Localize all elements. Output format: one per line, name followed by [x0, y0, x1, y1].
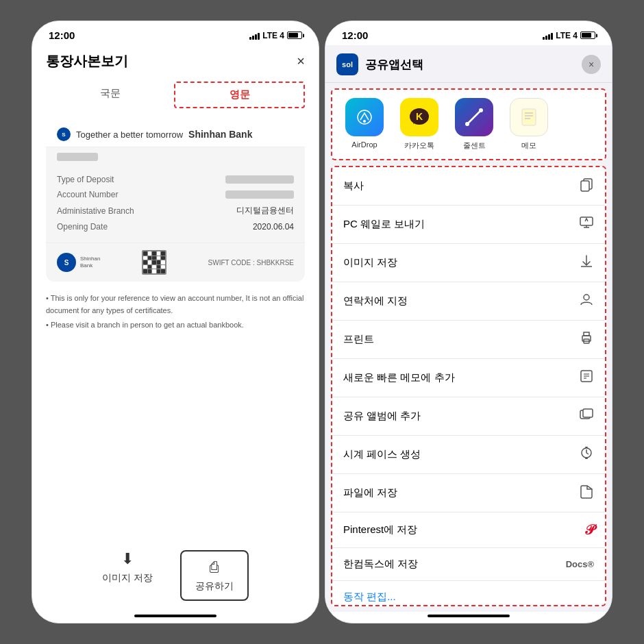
- menu-item-pinterest[interactable]: Pinterest에 저장 𝒫: [332, 512, 605, 548]
- tab-korean[interactable]: 국문: [46, 82, 174, 108]
- menu-item-shared-album[interactable]: 공유 앨범에 추가: [332, 397, 605, 436]
- svg-point-17: [584, 295, 589, 300]
- share-header: sol 공유앱선택 ×: [325, 45, 612, 83]
- shinhan-logo-small: S: [57, 127, 71, 141]
- detail-blur-account: [225, 190, 294, 199]
- svg-rect-31: [585, 458, 588, 459]
- memo-label: 메모: [521, 140, 536, 151]
- card-header: S Together a better tomorrow Shinhan Ban…: [46, 119, 305, 147]
- svg-point-1: [363, 120, 366, 123]
- detail-row-branch: Administative Branch 디지털금융센터: [57, 202, 294, 219]
- kakaotalk-label: 카카오톡: [404, 140, 434, 151]
- app-memo[interactable]: 메모: [505, 98, 553, 151]
- menu-item-watch-face[interactable]: 시계 페이스 생성: [332, 436, 605, 474]
- right-content: sol 공유앱선택 × AirDrop: [325, 45, 612, 612]
- detail-label-account: Account Number: [57, 190, 118, 199]
- svg-point-5: [479, 108, 483, 112]
- svg-text:K: K: [416, 111, 423, 122]
- memo-icon: [510, 98, 548, 136]
- menu-item-save-image[interactable]: 이미지 저장: [332, 244, 605, 282]
- save-image-button[interactable]: ⬇ 이미지 저장: [102, 550, 153, 601]
- menu-item-print[interactable]: 프린트: [332, 321, 605, 359]
- menu-item-hancom[interactable]: 한컴독스에 저장 Docs®: [332, 548, 605, 581]
- save-image-icon: [579, 253, 594, 272]
- copy-icon: [579, 177, 594, 195]
- left-phone: 12:00 LTE 4 통장사본보기 ×: [32, 21, 319, 623]
- sol-icon: sol: [336, 53, 358, 75]
- save-image-label: 이미지 저장: [343, 256, 397, 269]
- left-status-right: LTE 4: [249, 31, 302, 40]
- account-num-blur: [57, 153, 98, 161]
- app-kakaotalk[interactable]: K 카카오톡: [395, 98, 443, 151]
- svg-line-4: [467, 110, 481, 124]
- svg-rect-30: [585, 447, 588, 448]
- menu-item-quick-note[interactable]: 새로운 빠른 메모에 추가: [332, 359, 605, 397]
- left-home-indicator: [134, 615, 216, 617]
- quick-note-icon: [579, 369, 594, 387]
- right-battery: [580, 32, 595, 39]
- left-battery: [287, 32, 302, 39]
- share-label: 공유하기: [195, 580, 234, 593]
- pinterest-icon: 𝒫: [584, 522, 594, 538]
- disclaimer: • This is only for your reference to vie…: [46, 293, 305, 345]
- app-julsente[interactable]: 줄센트: [450, 98, 498, 151]
- detail-label-branch: Administative Branch: [57, 206, 134, 216]
- left-time: 12:00: [49, 29, 75, 41]
- signal-bars: [249, 32, 260, 40]
- watch-face-icon: [579, 445, 594, 464]
- hancom-icon: Docs®: [566, 559, 594, 569]
- save-image-label: 이미지 저장: [102, 572, 153, 584]
- watch-face-label: 시계 페이스 생성: [343, 448, 421, 461]
- airdrop-label: AirDrop: [351, 140, 377, 149]
- app-airdrop[interactable]: AirDrop: [340, 98, 388, 151]
- share-close-button[interactable]: ×: [582, 55, 601, 74]
- menu-item-contact[interactable]: 연락처에 지정: [332, 282, 605, 321]
- download-icon: ⬇: [121, 550, 134, 568]
- svg-rect-19: [584, 332, 589, 336]
- right-home-indicator: [428, 615, 510, 617]
- save-file-icon: [579, 484, 594, 502]
- menu-item-copy[interactable]: 복사: [332, 167, 605, 206]
- lang-tabs: 국문 영문: [46, 82, 305, 108]
- page-title: 통장사본보기: [46, 52, 128, 71]
- svg-point-6: [465, 122, 469, 126]
- apps-row-container: AirDrop K 카카오톡: [331, 88, 606, 160]
- pinterest-label: Pinterest에 저장: [343, 523, 417, 536]
- detail-blur-deposit: [225, 175, 294, 184]
- right-status-right: LTE 4: [543, 31, 595, 40]
- share-button[interactable]: ⎙ 공유하기: [180, 550, 249, 601]
- print-label: 프린트: [343, 333, 374, 346]
- airdrop-icon: [345, 98, 384, 136]
- menu-item-pc-whale[interactable]: PC 웨일로 보내기: [332, 206, 605, 244]
- pc-whale-icon: [579, 215, 594, 234]
- contact-icon: [579, 292, 594, 310]
- julsente-icon: [455, 98, 493, 136]
- bankbook-card: S Together a better tomorrow Shinhan Ban…: [46, 119, 305, 282]
- action-buttons: ⬇ 이미지 저장 ⎙ 공유하기: [46, 539, 305, 615]
- julsente-label: 줄센트: [463, 140, 486, 151]
- shared-album-icon: [579, 407, 594, 425]
- swift-code: SWIFT CODE : SHBKKRSE: [208, 259, 294, 267]
- bank-name-card: Shinhan Bank: [188, 129, 252, 140]
- card-tagline: Together a better tomorrow: [76, 129, 183, 140]
- detail-value-branch: 디지털금융센터: [236, 205, 294, 216]
- qr-code: [142, 250, 166, 275]
- disclaimer-2: • Please visit a branch in person to get…: [46, 319, 305, 332]
- actions-list: 복사 PC 웨일로 보내기 이미지 저장: [331, 166, 606, 606]
- pc-whale-label: PC 웨일로 보내기: [343, 218, 425, 231]
- menu-item-edit-actions[interactable]: 동작 편집...: [332, 581, 605, 606]
- tab-english[interactable]: 영문: [174, 82, 305, 108]
- detail-value-date: 2020.06.04: [253, 222, 294, 232]
- copy-label: 복사: [343, 179, 364, 193]
- right-status-bar: 12:00 LTE 4: [325, 21, 612, 45]
- edit-actions-label: 동작 편집...: [343, 591, 396, 604]
- save-file-label: 파일에 저장: [343, 486, 397, 499]
- shared-album-label: 공유 앨범에 추가: [343, 410, 421, 423]
- left-header: 통장사본보기 ×: [46, 45, 305, 82]
- svg-line-29: [586, 453, 589, 454]
- menu-item-save-file[interactable]: 파일에 저장: [332, 474, 605, 512]
- close-button[interactable]: ×: [297, 53, 305, 69]
- left-status-bar: 12:00 LTE 4: [32, 21, 319, 45]
- share-title: 공유앱선택: [365, 57, 575, 73]
- card-footer: S ShinhanBank: [46, 243, 305, 282]
